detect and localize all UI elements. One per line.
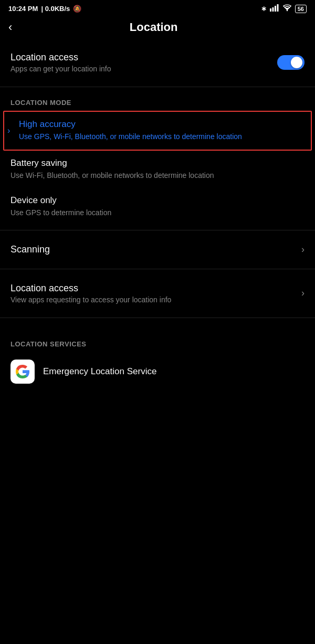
back-button[interactable]: ‹ [8,20,12,34]
mode-device-only[interactable]: Device only Use GPS to determine locatio… [0,188,315,226]
mode-high-accuracy[interactable]: › High accuracy Use GPS, Wi-Fi, Bluetoot… [3,111,312,151]
bluetooth-icon: ∗ [261,5,267,13]
status-right: ∗ 56 [261,4,307,13]
mode-battery-saving[interactable]: Battery saving Use Wi-Fi, Bluetooth, or … [0,151,315,188]
location-access-label: Location access [10,52,111,63]
divider-3 [0,269,315,269]
page-header: ‹ Location [0,15,315,43]
scanning-text: Scanning [10,244,50,255]
location-access-row-text: Location access View apps requesting to … [10,283,171,304]
status-bar: 10:24 PM | 0.0KB/s 🔕 ∗ 56 [0,0,315,15]
mode-battery-saving-sub: Use Wi-Fi, Bluetooth, or mobile networks… [10,171,304,181]
divider-1 [0,87,315,87]
emergency-location-label: Emergency Location Service [43,366,156,377]
divider-2 [0,230,315,230]
svg-rect-0 [270,8,271,12]
time-text: 10:24 PM [8,5,38,13]
mode-device-only-sub: Use GPS to determine location [10,208,304,218]
google-icon [10,360,35,384]
svg-rect-1 [272,7,274,12]
signal-icon [270,4,279,13]
scanning-label: Scanning [10,244,50,255]
divider-4 [0,318,315,318]
svg-rect-2 [275,6,276,12]
mode-battery-saving-title: Battery saving [10,158,304,168]
location-access-row[interactable]: Location access View apps requesting to … [0,273,315,313]
scanning-chevron-icon: › [301,244,304,255]
scanning-row[interactable]: Scanning › [0,235,315,265]
chevron-left-icon: › [7,126,10,135]
mute-icon: 🔕 [73,5,81,13]
mode-high-accuracy-sub: Use GPS, Wi-Fi, Bluetooth, or mobile net… [19,132,300,142]
location-access-row-sub: View apps requesting to access your loca… [10,295,171,304]
status-left: 10:24 PM | 0.0KB/s 🔕 [8,5,81,13]
location-services-section-label: LOCATION SERVICES [0,333,315,352]
mode-high-accuracy-title: High accuracy [19,119,300,130]
mode-device-only-title: Device only [10,195,304,206]
network-speed: | 0.0KB/s [41,5,70,13]
location-access-text: Location access Apps can get your locati… [10,52,111,73]
svg-rect-3 [277,4,278,12]
svg-point-4 [286,10,288,12]
page-title: Location [20,20,287,34]
location-access-subtitle: Apps can get your location info [10,65,111,73]
emergency-location-service-row[interactable]: Emergency Location Service [0,352,315,391]
battery-indicator: 56 [295,5,307,13]
location-access-chevron-icon: › [301,288,304,299]
location-access-toggle[interactable] [277,55,304,70]
location-mode-section-label: LOCATION MODE [0,91,315,111]
location-access-row-label: Location access [10,283,171,294]
wifi-icon [282,4,292,13]
location-access-toggle-row: Location access Apps can get your locati… [0,43,315,82]
